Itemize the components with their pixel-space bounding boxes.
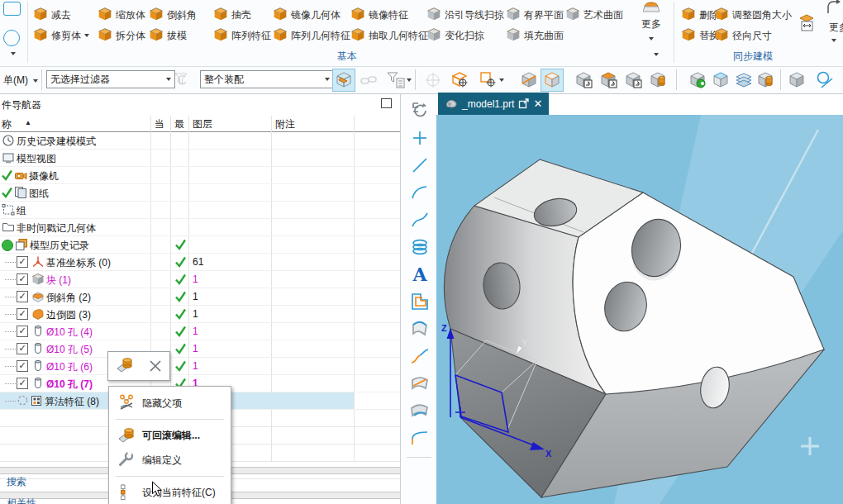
tree-row[interactable]: ✓倒斜角 (2)1 [0,288,400,306]
dependency-section[interactable]: 相关性 [7,497,36,504]
navigator-header[interactable]: 称 ▲ 当 最 图层 附注 [0,116,400,132]
ribbon-button-阵列特征[interactable]: 阵列特征 [213,26,271,45]
link-icon[interactable] [357,69,380,92]
ribbon-button-倒斜角[interactable]: 倒斜角 [149,6,197,24]
ribbon-button-抽取几何特征[interactable]: 抽取几何特征 [350,26,428,45]
menu-item-设为当前特征(C)[interactable]: 设为当前特征(C) [109,480,231,504]
close-tab-icon[interactable]: ✕ [533,97,542,110]
sketch-circle-icon[interactable] [3,30,20,46]
ribbon-button-艺术曲面[interactable]: 艺术曲面 [565,6,623,24]
tree-row[interactable]: ✓基准坐标系 (0)61 [0,254,400,271]
basic-group-caret[interactable] [654,53,659,56]
ribbon-button-填充曲面[interactable]: 填充曲面 [506,26,564,45]
update-sketch-icon[interactable] [408,99,431,121]
reattach-icon[interactable] [825,0,843,20]
curve-on-surface-icon[interactable] [408,317,431,340]
cube-green-icon[interactable] [686,69,709,92]
helix-icon[interactable] [408,235,431,258]
intersection-curve-icon[interactable] [408,372,431,394]
studio-spline-icon[interactable] [408,208,431,231]
tree-row[interactable]: 历史记录建模模式 [0,132,400,150]
ribbon-button-变化扫掠[interactable]: 变化扫掠 [426,26,484,45]
cube-blue-icon[interactable] [709,69,732,92]
cube-arrow-icon[interactable] [622,69,645,92]
close-minibar-icon[interactable] [149,359,162,373]
quickpick-mini-toolbar[interactable] [107,351,170,381]
cube-cyl-icon[interactable] [646,69,669,92]
cube-cyl-icon[interactable] [754,69,777,92]
ribbon-button-拔模[interactable]: 拔模 [149,26,187,45]
tree-row[interactable]: 图纸 [0,184,400,202]
suppress-checkbox[interactable]: ✓ [17,308,28,320]
selection-filter-combo[interactable]: 无选择过滤器 [46,70,175,88]
ribbon-button-沿引导线扫掠[interactable]: 沿引导线扫掠 [426,6,504,24]
sketch-rect-icon[interactable] [3,2,21,16]
menu-item-隐藏父项[interactable]: 隐藏父项 [109,391,231,416]
ribbon-button-阵列几何特征[interactable]: 阵列几何特征 [273,26,350,45]
suppress-checkbox[interactable]: ✓ [17,343,28,354]
text-icon[interactable]: A [408,263,431,285]
model-3d-view[interactable]: Z X Y [436,115,843,504]
point-icon[interactable] [408,126,431,149]
part-tab[interactable]: _model1.prt ✕ [438,93,549,115]
menu-item-可回滚编辑...[interactable]: 可回滚编辑... [109,423,231,448]
menu-button[interactable]: 单(M) [3,74,38,88]
ribbon-button-抽壳[interactable]: 抽壳 [213,6,251,24]
cube-edge-icon[interactable] [517,69,541,92]
ribbon-button-拆分体[interactable]: 拆分体 [98,26,145,45]
resize-face-icon[interactable] [795,13,815,36]
ribbon-button-调整圆角大小[interactable]: 调整圆角大小 [714,6,792,24]
suppress-checkbox[interactable]: ✓ [17,273,28,285]
line-icon[interactable] [408,154,431,176]
suppress-checkbox[interactable]: ✓ [17,360,28,372]
detach-tab-icon[interactable] [518,98,529,109]
cube-wire-icon[interactable] [332,69,355,92]
tree-row[interactable]: 组 [0,202,400,219]
tree-row[interactable]: ✓Ø10 孔 (5)1 [0,340,400,358]
search-section[interactable]: 搜索 [7,475,26,489]
tree-row[interactable]: ✓块 (1)1 [0,271,400,288]
bridge-curve-icon[interactable] [408,345,431,367]
ribbon-button-修剪体[interactable]: 修剪体 [33,26,89,45]
cube-hl-icon[interactable] [541,69,564,92]
circle-line-icon[interactable] [813,69,836,92]
suppress-checkbox[interactable]: ✓ [17,326,28,337]
tree-row[interactable]: ✓Ø10 孔 (6)1 [0,358,400,375]
group-label-sync[interactable]: 同步建模 [716,50,790,61]
funnel-list-icon[interactable] [383,69,413,92]
sheets-icon[interactable] [732,69,755,92]
suppress-checkbox[interactable]: ✓ [17,291,28,302]
cube-plain-icon[interactable] [785,69,808,92]
context-menu[interactable]: 隐藏父项可回滚编辑...编辑定义设为当前特征(C) [108,386,231,504]
more-sync-label[interactable]: 更多 [829,21,843,35]
arc-icon[interactable] [408,181,431,203]
cube-top-orange-icon[interactable] [597,69,620,92]
ribbon-button-缩放体[interactable]: 缩放体 [98,6,145,24]
tree-row[interactable]: 摄像机 [0,167,400,184]
rollback-edit-icon[interactable] [116,355,134,377]
tree-row[interactable]: 非时间戳记几何体 [0,219,400,236]
part-navigator-titlebar[interactable]: 件导航器 [0,94,400,115]
ribbon-button-有界平面[interactable]: 有界平面 [506,6,564,24]
tree-row[interactable]: ✓Ø10 孔 (4)1 [0,323,400,340]
sketch-group-caret[interactable] [11,52,16,55]
more-button[interactable]: 更多 [631,2,671,46]
ribbon-button-径向尺寸[interactable]: 径向尺寸 [714,26,772,45]
snap-icon[interactable] [422,69,445,92]
tree-row[interactable]: ✓边倒圆 (3)1 [0,306,400,323]
project-curve-icon[interactable] [408,399,431,421]
suppress-checkbox[interactable]: ✓ [17,256,28,268]
filter-reset-icon[interactable] [170,69,193,92]
menu-item-编辑定义[interactable]: 编辑定义 [109,448,231,473]
fillet-curve-icon[interactable] [408,426,431,449]
maximize-icon[interactable] [381,98,392,108]
group-label-basic[interactable]: 基本 [314,50,380,61]
selection-scope-combo[interactable]: 整个装配 [200,70,334,88]
ribbon-button-镜像几何体[interactable]: 镜像几何体 [273,6,341,24]
tree-row[interactable]: 模型视图 [0,150,400,167]
tree-row[interactable]: 模型历史记录 [0,236,400,254]
ribbon-button-减去[interactable]: 减去 [33,6,71,24]
cube-arrow-icon[interactable] [572,69,595,92]
rect-cross-icon[interactable] [476,69,506,92]
offset-curve-icon[interactable] [408,290,431,312]
